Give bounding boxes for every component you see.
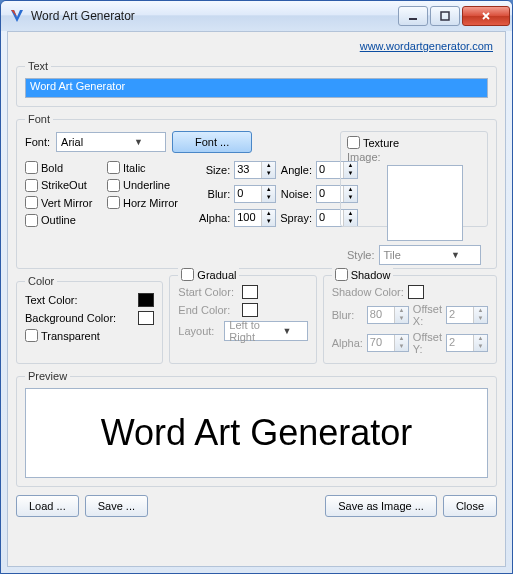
alpha-spin[interactable]: 100▲▼	[234, 209, 276, 227]
shadow-color-swatch[interactable]	[408, 285, 424, 299]
spray-label: Spray:	[280, 212, 312, 224]
strikeout-check[interactable]: StrikeOut	[25, 179, 105, 193]
offsety-label: Offset Y:	[413, 331, 442, 355]
load-button[interactable]: Load ...	[16, 495, 79, 517]
vert-mirror-check[interactable]: Vert Mirror	[25, 196, 105, 210]
chevron-down-icon: ▼	[114, 137, 163, 147]
gradual-check[interactable]	[181, 268, 194, 281]
svg-rect-1	[441, 12, 449, 20]
chevron-down-icon: ▼	[269, 326, 305, 336]
shadow-legend: Shadow	[351, 269, 391, 281]
start-color-swatch[interactable]	[242, 285, 258, 299]
font-legend: Font	[25, 113, 53, 125]
shadow-color-label: Shadow Color:	[332, 286, 404, 298]
offsety-spin[interactable]: 2▲▼	[446, 334, 488, 352]
window-buttons	[396, 6, 510, 26]
website-link[interactable]: www.wordartgenerator.com	[16, 40, 497, 54]
shadow-alpha-spin[interactable]: 70▲▼	[367, 334, 409, 352]
offsetx-label: Offset X:	[413, 303, 442, 327]
font-label: Font:	[25, 136, 50, 148]
layout-combo[interactable]: Left to Right▼	[224, 321, 307, 341]
text-color-label: Text Color:	[25, 294, 134, 306]
preview-group: Preview Word Art Generator	[16, 370, 497, 487]
horz-mirror-check[interactable]: Horz Mirror	[107, 196, 187, 210]
underline-check[interactable]: Underline	[107, 179, 187, 193]
text-legend: Text	[25, 60, 51, 72]
minimize-button[interactable]	[398, 6, 428, 26]
gradual-group: Gradual Start Color: End Color: Layout: …	[169, 275, 316, 364]
shadow-blur-spin[interactable]: 80▲▼	[367, 306, 409, 324]
preview-legend: Preview	[25, 370, 70, 382]
blur-label: Blur:	[199, 188, 230, 200]
outline-check[interactable]: Outline	[25, 214, 105, 228]
start-color-label: Start Color:	[178, 286, 238, 298]
texture-image[interactable]	[387, 165, 463, 241]
font-params: Size: 33▲▼ Angle: 0▲▼ Blur: 0▲▼ Noise: 0…	[199, 161, 358, 227]
text-group: Text Word Art Generator	[16, 60, 497, 107]
color-legend: Color	[25, 275, 57, 287]
offsetx-spin[interactable]: 2▲▼	[446, 306, 488, 324]
app-window: Word Art Generator www.wordartgenerator.…	[0, 0, 513, 574]
angle-label: Angle:	[280, 164, 312, 176]
end-color-swatch[interactable]	[242, 303, 258, 317]
text-input[interactable]: Word Art Generator	[25, 78, 488, 98]
noise-label: Noise:	[280, 188, 312, 200]
save-image-button[interactable]: Save as Image ...	[325, 495, 437, 517]
font-group: Font Font: Arial ▼ Font ... Bold Italic …	[16, 113, 497, 269]
footer-buttons: Load ... Save ... Save as Image ... Clos…	[16, 493, 497, 517]
preview-canvas: Word Art Generator	[25, 388, 488, 478]
client-area: www.wordartgenerator.com Text Word Art G…	[7, 31, 506, 567]
gradual-legend: Gradual	[197, 269, 236, 281]
font-button[interactable]: Font ...	[172, 131, 252, 153]
bold-check[interactable]: Bold	[25, 161, 105, 175]
bg-color-label: Background Color:	[25, 312, 134, 324]
alpha-label: Alpha:	[199, 212, 230, 224]
close-button[interactable]	[462, 6, 510, 26]
svg-rect-0	[409, 18, 417, 20]
style-label: Style:	[347, 249, 375, 261]
shadow-group: Shadow Shadow Color: Blur: 80▲▼ Offset X…	[323, 275, 497, 364]
texture-group: Texture Image: Style: Tile▼	[340, 131, 488, 227]
chevron-down-icon: ▼	[433, 250, 478, 260]
style-combo[interactable]: Tile▼	[379, 245, 481, 265]
titlebar: Word Art Generator	[1, 1, 512, 31]
save-button[interactable]: Save ...	[85, 495, 148, 517]
window-title: Word Art Generator	[31, 9, 396, 23]
maximize-button[interactable]	[430, 6, 460, 26]
italic-check[interactable]: Italic	[107, 161, 187, 175]
font-checks: Bold Italic StrikeOut Underline Vert Mir…	[25, 161, 187, 227]
image-label: Image:	[347, 151, 381, 163]
end-color-label: End Color:	[178, 304, 238, 316]
texture-legend: Texture	[363, 137, 399, 149]
layout-label: Layout:	[178, 325, 220, 337]
texture-check[interactable]	[347, 136, 360, 149]
size-spin[interactable]: 33▲▼	[234, 161, 276, 179]
shadow-alpha-label: Alpha:	[332, 337, 363, 349]
blur-spin[interactable]: 0▲▼	[234, 185, 276, 203]
shadow-check[interactable]	[335, 268, 348, 281]
transparent-check[interactable]: Transparent	[25, 329, 154, 342]
color-group: Color Text Color: Background Color: Tran…	[16, 275, 163, 364]
app-icon	[9, 8, 25, 24]
size-label: Size:	[199, 164, 230, 176]
font-combo[interactable]: Arial ▼	[56, 132, 166, 152]
close-app-button[interactable]: Close	[443, 495, 497, 517]
shadow-blur-label: Blur:	[332, 309, 363, 321]
bg-color-swatch[interactable]	[138, 311, 154, 325]
text-color-swatch[interactable]	[138, 293, 154, 307]
